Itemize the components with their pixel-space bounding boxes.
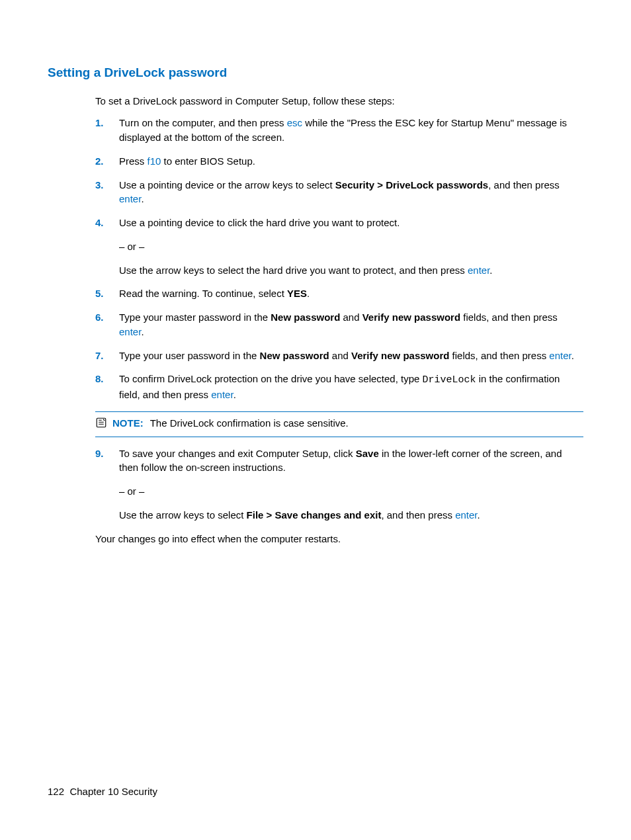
key-esc: esc [287, 117, 302, 128]
step-text-alt: Use the arrow keys to select File > Save… [119, 508, 583, 523]
step-list: 1. Turn on the computer, and then press … [95, 116, 583, 402]
section-heading: Setting a DriveLock password [48, 63, 583, 82]
step-3: 3. Use a pointing device or the arrow ke… [95, 178, 583, 207]
key-enter: enter [119, 193, 141, 204]
step-text-alt: Use the arrow keys to select the hard dr… [119, 263, 583, 278]
or-separator: – or – [119, 239, 583, 254]
note-text: The DriveLock confirmation is case sensi… [150, 417, 349, 429]
key-enter: enter [549, 350, 571, 361]
page-number: 122 [48, 786, 64, 797]
page-footer: 122 Chapter 10 Security [48, 784, 157, 799]
step-text: Type your user password in the New passw… [119, 350, 574, 361]
step-text: Use a pointing device to click the hard … [119, 217, 400, 228]
step-number: 5. [95, 286, 104, 301]
intro-text: To set a DriveLock password in Computer … [95, 94, 583, 108]
step-6: 6. Type your master password in the New … [95, 310, 583, 339]
closing-text: Your changes go into effect when the com… [95, 532, 583, 546]
step-number: 1. [95, 116, 104, 130]
step-number: 3. [95, 178, 104, 192]
step-text: To confirm DriveLock protection on the d… [119, 373, 560, 400]
step-number: 8. [95, 372, 104, 386]
step-8: 8. To confirm DriveLock protection on th… [95, 372, 583, 402]
step-5: 5. Read the warning. To continue, select… [95, 286, 583, 301]
step-number: 2. [95, 154, 104, 169]
step-text: Press f10 to enter BIOS Setup. [119, 155, 255, 167]
step-2: 2. Press f10 to enter BIOS Setup. [95, 154, 583, 169]
key-enter: enter [211, 389, 233, 400]
note-label: NOTE: [112, 417, 144, 429]
chapter-label: Chapter 10 Security [69, 786, 157, 797]
or-separator: – or – [119, 484, 583, 499]
note-content: NOTE:The DriveLock confirmation is case … [112, 416, 349, 431]
svg-rect-0 [97, 418, 106, 427]
key-enter: enter [468, 265, 489, 276]
key-f10: f10 [147, 155, 161, 167]
key-enter: enter [455, 509, 477, 521]
step-text: Type your master password in the New pas… [119, 312, 558, 337]
step-list-continued: 9. To save your changes and exit Compute… [95, 446, 583, 523]
key-enter: enter [119, 326, 141, 337]
step-text: Read the warning. To continue, select YE… [119, 288, 310, 299]
step-text: To save your changes and exit Computer S… [119, 448, 562, 474]
step-7: 7. Type your user password in the New pa… [95, 349, 583, 363]
step-4: 4. Use a pointing device to click the ha… [95, 216, 583, 277]
step-1: 1. Turn on the computer, and then press … [95, 116, 583, 145]
step-text: Use a pointing device or the arrow keys … [119, 179, 560, 205]
step-number: 6. [95, 310, 104, 325]
document-page: Setting a DriveLock password To set a Dr… [0, 0, 631, 546]
step-number: 4. [95, 216, 104, 230]
step-text: Turn on the computer, and then press esc… [119, 117, 567, 143]
step-number: 7. [95, 349, 104, 363]
note-box: NOTE:The DriveLock confirmation is case … [95, 411, 583, 437]
step-number: 9. [95, 446, 104, 461]
step-9: 9. To save your changes and exit Compute… [95, 446, 583, 523]
note-icon [95, 417, 108, 433]
